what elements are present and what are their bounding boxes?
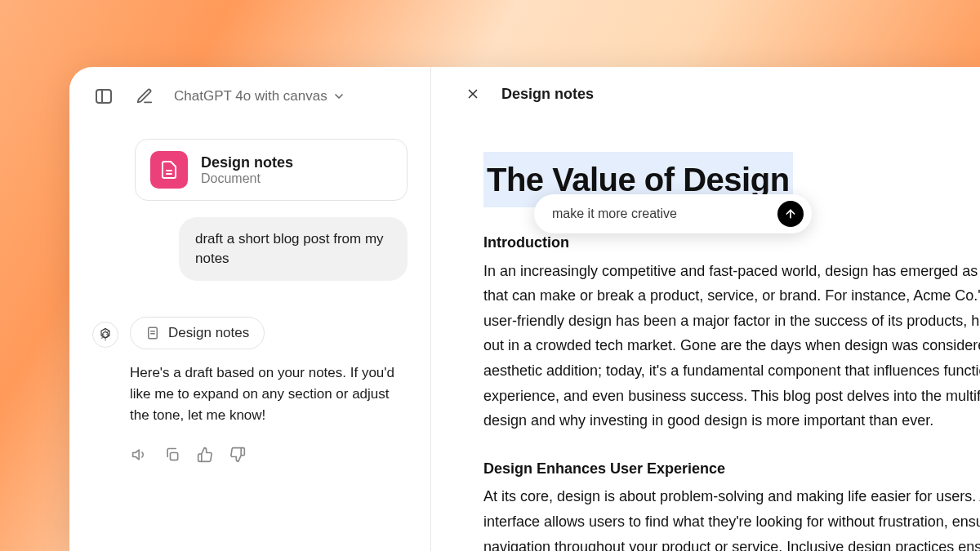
app-window: ChatGPT 4o with canvas Design notes Docu… [69, 67, 980, 551]
assistant-text: Here's a draft based on your notes. If y… [130, 362, 408, 427]
canvas-chip-label: Design notes [168, 325, 249, 341]
thumbs-down-icon [229, 447, 246, 463]
svg-marker-8 [133, 450, 140, 460]
canvas-pane: Design notes The Value of Design Introdu… [431, 67, 980, 551]
close-icon [466, 87, 480, 101]
chevron-down-icon [332, 90, 345, 103]
assistant-message: Design notes Here's a draft based on you… [92, 317, 408, 464]
inline-prompt[interactable] [534, 194, 812, 233]
new-chat-button[interactable] [133, 85, 156, 108]
attachment-meta: Design notes Document [201, 154, 293, 186]
model-picker[interactable]: ChatGPT 4o with canvas [174, 88, 345, 104]
model-label: ChatGPT 4o with canvas [174, 88, 327, 104]
attachment-type: Document [201, 171, 293, 186]
openai-logo-icon [97, 327, 114, 343]
section-paragraph: At its core, design is about problem-sol… [483, 484, 980, 551]
assistant-avatar [92, 322, 118, 348]
sidebar-toggle-button[interactable] [92, 85, 115, 108]
conversation: Design notes Document draft a short blog… [69, 108, 430, 464]
svg-rect-9 [171, 452, 178, 460]
inline-prompt-send-button[interactable] [777, 201, 804, 227]
headline-selection[interactable]: The Value of Design [483, 152, 793, 207]
canvas-header: Design notes [431, 85, 980, 103]
attachment-title: Design notes [201, 154, 293, 171]
document-icon [145, 326, 160, 340]
topbar: ChatGPT 4o with canvas [69, 85, 430, 108]
thumbs-up-icon [197, 447, 213, 463]
canvas-doc-title: Design notes [501, 86, 594, 103]
close-canvas-button[interactable] [464, 85, 482, 103]
thumbs-down-button[interactable] [228, 445, 247, 464]
chat-pane: ChatGPT 4o with canvas Design notes Docu… [69, 67, 431, 551]
document-icon [159, 160, 179, 180]
sidebar-icon [94, 87, 114, 106]
attachment-card[interactable]: Design notes Document [135, 139, 408, 201]
user-message: draft a short blog post from my notes [179, 217, 408, 281]
inline-prompt-input[interactable] [552, 207, 766, 221]
read-aloud-button[interactable] [130, 445, 149, 464]
section-heading: Design Enhances User Experience [483, 456, 980, 482]
section-heading: Introduction [483, 230, 980, 256]
document-thumb [150, 151, 188, 189]
copy-icon [164, 447, 180, 463]
edit-icon [136, 87, 154, 105]
thumbs-up-button[interactable] [195, 445, 215, 464]
arrow-up-icon [784, 207, 797, 220]
speaker-icon [131, 447, 148, 463]
document-body[interactable]: The Value of Design Introduction In an i… [431, 103, 980, 551]
canvas-chip[interactable]: Design notes [130, 317, 265, 349]
copy-button[interactable] [163, 445, 182, 464]
assistant-body: Design notes Here's a draft based on you… [130, 317, 408, 464]
message-actions [130, 445, 408, 464]
svg-rect-0 [96, 90, 111, 103]
section-paragraph: In an increasingly competitive and fast-… [483, 259, 980, 433]
